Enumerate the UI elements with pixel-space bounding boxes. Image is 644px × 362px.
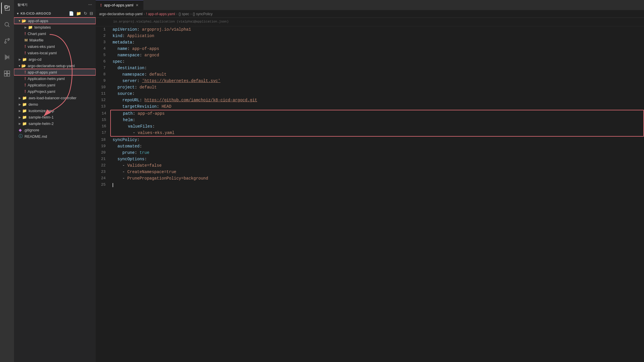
tab-app-of-apps-yaml[interactable]: ! app-of-apps.yaml ✕ [96, 0, 144, 10]
code-line-19: 19 automated: [96, 143, 644, 149]
tree-item-sample-helm-2[interactable]: ▶ 📁 sample-helm-2 [14, 120, 96, 127]
tree-item-argo-declarative[interactable]: ▾ 📂 argo-declarative-setup-yaml [14, 62, 96, 69]
breadcrumb-item-2[interactable]: ! app-of-apps.yaml [146, 12, 175, 16]
code-line-15: 15 helm: [96, 117, 643, 123]
tree-item-chart-yaml[interactable]: ! Chart.yaml [14, 30, 96, 37]
explorer-icon[interactable] [1, 2, 13, 14]
collapse-icon[interactable]: ⊟ [90, 11, 93, 16]
code-box-highlight: 14 path: app-of-apps 15 helm: 16 valueFi… [110, 110, 644, 137]
tree-item-app-of-apps-yaml[interactable]: ! app-of-apps.yaml [14, 69, 96, 75]
code-line-6: 6 spec: [96, 58, 644, 65]
code-line-8: 8 namespace: default [96, 71, 644, 78]
tree-item-appproject[interactable]: ! AppProject.yaml [14, 88, 96, 95]
search-icon[interactable] [1, 19, 13, 30]
svg-marker-4 [5, 55, 9, 60]
code-line-18: 18 syncPolicy: [96, 137, 644, 143]
code-line-2: 2 kind: Application [96, 33, 644, 39]
source-control-icon[interactable] [1, 35, 13, 47]
code-line-23: 23 - CreateNamespace=true [96, 169, 644, 175]
sidebar-title: 탐색기 [18, 3, 28, 7]
tree-item-label: templates [34, 25, 51, 29]
tree-item-makefile[interactable]: M Makefile [14, 37, 96, 43]
tree-item-label: Chart.yaml [28, 32, 46, 36]
more-options-icon[interactable]: ··· [88, 2, 92, 7]
tab-close-icon[interactable]: ✕ [136, 3, 139, 7]
tree-item-label: Application-helm.yaml [28, 76, 65, 81]
tree-item-label: app-of-apps.yaml [28, 70, 57, 74]
code-line-5: 5 namespace: argocd [96, 52, 644, 58]
editor-content[interactable]: io.argoproj.v1alpha1.Application (v1alph… [96, 18, 644, 362]
tree-item-label: values-local.yaml [28, 51, 57, 55]
sidebar: 탐색기 ··· ▼ K8-CICD-ARGOCD 📄 📁 ↻ ⊟ ▾ 📂 app… [14, 0, 96, 362]
tree-item-label: sample-helm-2 [29, 121, 54, 126]
code-line-20: 20 prune: true [96, 149, 644, 156]
folder-open-icon: ▾ [19, 19, 20, 23]
code-line-12: 12 repoURL: https://github.com/iamchoiz/… [96, 97, 644, 103]
code-line-3: 3 metadata: [96, 39, 644, 46]
code-line-25: 25 [96, 182, 644, 188]
tree-item-label: aws-load-balancer-controller [29, 96, 76, 100]
breadcrumb-item-3[interactable]: {} spec [178, 12, 189, 16]
activity-bar [0, 0, 14, 362]
breadcrumb-item-4[interactable]: {} syncPolicy [193, 12, 213, 16]
tree-item-aws-lb[interactable]: ▶ 📁 aws-load-balancer-controller [14, 95, 96, 101]
tree-item-label: app-of-apps [28, 19, 48, 23]
tree-item-gitignore[interactable]: ◆ .gitignore [14, 127, 96, 133]
code-line-16: 16 valueFiles: [96, 123, 643, 130]
new-file-icon[interactable]: 📄 [69, 11, 74, 16]
tree-item-values-local[interactable]: ! values-local.yaml [14, 50, 96, 56]
tree-item-label: README.md [24, 134, 47, 139]
tree-item-label: argo-cd [29, 57, 41, 62]
breadcrumb: argo-declarative-setup-yaml › ! app-of-a… [96, 10, 644, 18]
sidebar-header: 탐색기 ··· [14, 0, 96, 9]
tree-item-label: kustomize_app [29, 109, 54, 113]
svg-point-2 [5, 42, 6, 43]
tree-item-sample-helm-1[interactable]: ▶ 📁 sample-helm-1 [14, 114, 96, 120]
tree-item-kustomize[interactable]: ▶ 📁 kustomize_app [14, 107, 96, 114]
editor-meta: io.argoproj.v1alpha1.Application (v1alph… [96, 18, 644, 26]
code-line-17: 17 - values-eks.yaml [96, 130, 643, 136]
tree-item-demo[interactable]: ▶ 📁 demo [14, 101, 96, 107]
code-line-4: 4 name: app-of-apps [96, 46, 644, 52]
svg-rect-8 [4, 74, 7, 76]
new-folder-icon[interactable]: 📁 [76, 11, 81, 16]
code-line-21: 21 syncOptions: [96, 156, 644, 162]
tree-item-readme[interactable]: ⓘ README.md [14, 133, 96, 140]
tab-bar: ! app-of-apps.yaml ✕ [96, 0, 644, 10]
extensions-icon[interactable] [1, 68, 13, 79]
code-line-10: 10 project: default [96, 84, 644, 90]
tree-item-values-eks[interactable]: ! values-eks.yaml [14, 43, 96, 50]
code-line-22: 22 - Validate=false [96, 162, 644, 169]
root-folder-header[interactable]: ▼ K8-CICD-ARGOCD 📄 📁 ↻ ⊟ [14, 9, 96, 18]
tree-item-label: argo-declarative-setup-yaml [28, 64, 75, 68]
run-icon[interactable] [1, 51, 13, 63]
code-line-7: 7 destination: [96, 65, 644, 71]
breadcrumb-item-1[interactable]: argo-declarative-setup-yaml [99, 12, 143, 16]
code-line-9: 9 server: 'https://kubernetes.default.sv… [96, 78, 644, 84]
code-line-24: 24 - PrunePropagationPolicy=background [96, 175, 644, 182]
code-line-13: 13 targetRevision: HEAD [96, 103, 644, 110]
refresh-icon[interactable]: ↻ [84, 11, 88, 16]
editor-area: ! app-of-apps.yaml ✕ argo-declarative-se… [96, 0, 644, 362]
tree-item-label: values-eks.yaml [28, 44, 55, 49]
tree-item-label: Makefile [29, 38, 43, 42]
code-line-11: 11 source: [96, 90, 644, 97]
code-line-14: 14 path: app-of-apps [96, 110, 643, 117]
tree-item-argo-cd[interactable]: ▶ 📁 argo-cd [14, 56, 96, 62]
code-line-1: 1 apiVersion: argoproj.io/v1alpha1 [96, 26, 644, 33]
tree-item-application-helm[interactable]: ! Application-helm.yaml [14, 75, 96, 82]
root-folder-label: K8-CICD-ARGOCD [20, 12, 51, 15]
tab-icon: ! [100, 3, 102, 8]
tree-item-label: AppProject.yaml [28, 89, 55, 94]
file-tree: ▼ K8-CICD-ARGOCD 📄 📁 ↻ ⊟ ▾ 📂 app-of-apps… [14, 9, 96, 362]
tree-item-label: Application.yaml [28, 83, 55, 87]
tree-item-label: sample-helm-1 [29, 115, 54, 119]
folder-icon: 📂 [22, 19, 26, 23]
tree-item-label: .gitignore [24, 128, 39, 132]
tree-item-app-of-apps[interactable]: ▾ 📂 app-of-apps [14, 18, 96, 24]
tree-item-label: demo [29, 102, 38, 107]
tree-item-application[interactable]: ! Application.yaml [14, 82, 96, 88]
tree-item-templates[interactable]: ▶ 📁 templates [14, 24, 96, 30]
svg-rect-9 [7, 74, 10, 76]
svg-point-1 [5, 22, 9, 26]
